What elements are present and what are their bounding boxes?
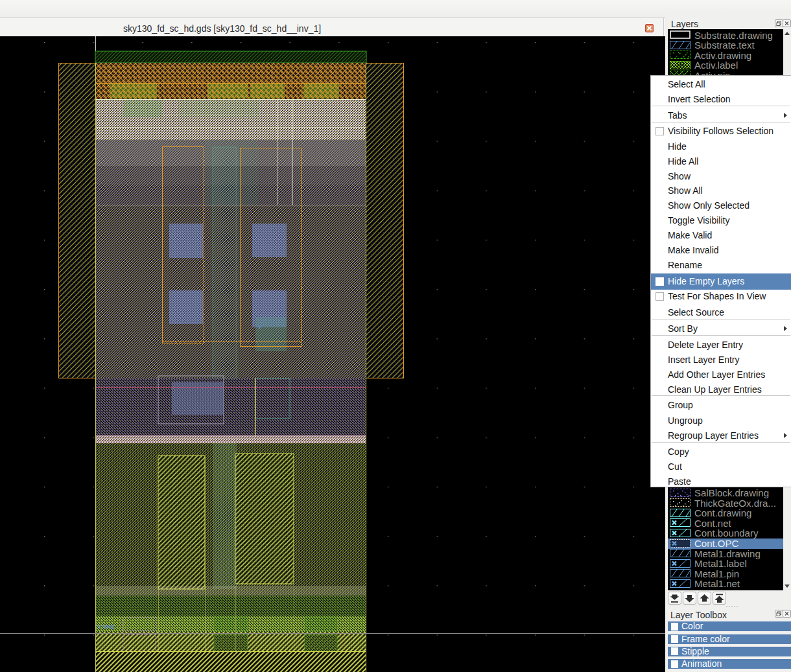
svg-text:V VNB: V VNB xyxy=(97,623,115,630)
svg-text:Y: Y xyxy=(258,325,262,330)
